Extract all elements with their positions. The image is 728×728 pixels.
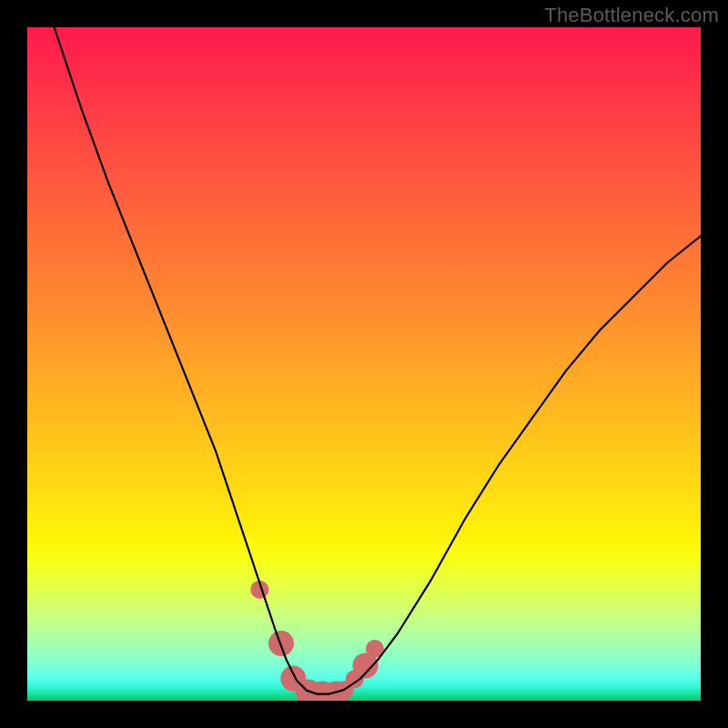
- bottleneck-curve: [55, 27, 701, 694]
- marker-group: [250, 581, 384, 701]
- chart-svg: [27, 27, 701, 701]
- watermark-text: TheBottleneck.com: [544, 4, 719, 27]
- chart-frame: TheBottleneck.com: [0, 0, 728, 728]
- plot-area: [27, 27, 701, 701]
